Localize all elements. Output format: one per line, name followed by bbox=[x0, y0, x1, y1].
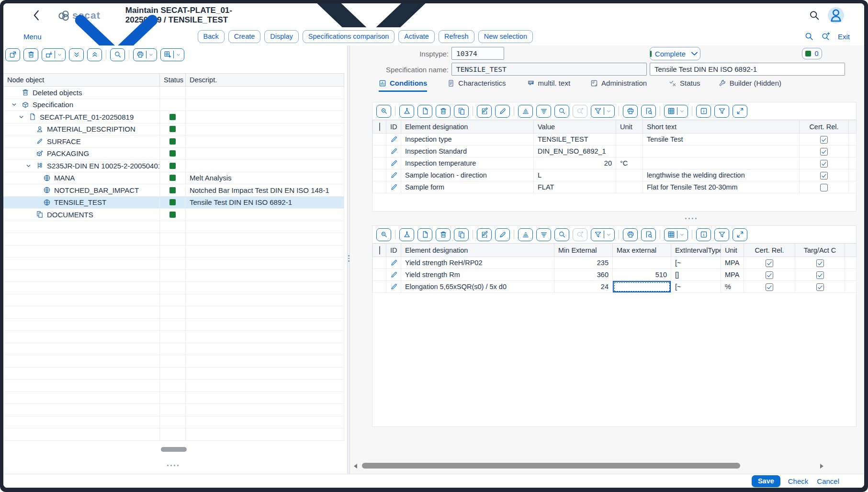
characteristics-toolbar-filter-button[interactable] bbox=[591, 228, 615, 241]
tree-horizontal-scrollbar[interactable] bbox=[161, 447, 187, 452]
characteristics-toolbar-sort-ascending-button[interactable] bbox=[518, 228, 533, 241]
cert-rel-checkbox[interactable] bbox=[820, 184, 828, 191]
unit-cell[interactable]: % bbox=[721, 281, 744, 293]
chevron-down-icon[interactable] bbox=[176, 52, 181, 57]
value-cell[interactable]: L bbox=[534, 169, 616, 181]
tab-builder-hidden-[interactable]: Builder (Hidden) bbox=[719, 79, 781, 92]
tree-item-mana[interactable]: MANAMelt Analysis bbox=[3, 172, 344, 185]
characteristics-toolbar-table-view-button[interactable] bbox=[664, 228, 688, 241]
characteristics-toolbar-sort-descending-button[interactable] bbox=[536, 228, 551, 241]
chevron-down-icon[interactable] bbox=[606, 109, 611, 114]
toolbar-button-back[interactable]: Back bbox=[198, 30, 225, 43]
conditions-toolbar-edit-row-button[interactable] bbox=[477, 105, 492, 118]
tree-item-documents[interactable]: DOCUMENTS bbox=[3, 209, 344, 221]
chevron-down-icon[interactable] bbox=[679, 232, 685, 237]
characteristics-row[interactable]: Yield strength Rm360510[]MPA bbox=[373, 269, 857, 281]
conditions-toolbar-table-view-button[interactable] bbox=[664, 105, 688, 118]
tree-item-deleted-objects[interactable]: Deleted objects bbox=[3, 87, 344, 99]
characteristics-toolbar-maximize-button[interactable] bbox=[733, 228, 747, 241]
detail-horizontal-scrollbar[interactable] bbox=[350, 461, 864, 470]
edit-pencil-icon[interactable] bbox=[390, 135, 398, 143]
conditions-row[interactable]: Sample location - directionLlengthwise t… bbox=[373, 169, 857, 181]
tree-panel-resize-grip[interactable] bbox=[167, 465, 179, 466]
edit-pencil-icon[interactable] bbox=[390, 159, 398, 167]
tree-toolbar-table-settings-button[interactable] bbox=[160, 48, 184, 61]
value-cell[interactable]: 20 bbox=[534, 157, 616, 169]
conditions-row[interactable]: Inspection temperature20°C bbox=[373, 157, 857, 169]
conditions-toolbar-sort-ascending-button[interactable] bbox=[518, 105, 533, 118]
tree-item-material-description[interactable]: MATERIAL_DESCRIPTION bbox=[3, 123, 344, 136]
tree-toolbar-expand-all-button[interactable] bbox=[69, 48, 84, 61]
conditions-toolbar-delete-row-button[interactable] bbox=[436, 105, 451, 118]
chevron-down-icon[interactable] bbox=[679, 109, 685, 114]
targ-act-checkbox[interactable] bbox=[816, 271, 824, 279]
toolbar-button-activate[interactable]: Activate bbox=[398, 30, 435, 43]
conditions-toolbar-filter-values-button[interactable] bbox=[714, 105, 729, 118]
exit-button[interactable]: Exit bbox=[838, 33, 850, 41]
tree-item-secat-plate-01-20250819[interactable]: SECAT-PLATE_01-20250819 bbox=[3, 111, 344, 123]
tree-toolbar-find-button[interactable] bbox=[110, 48, 125, 61]
min-external-cell[interactable]: 235 bbox=[554, 257, 613, 269]
characteristics-toolbar-inherit-button[interactable] bbox=[399, 228, 414, 241]
conditions-toolbar-print-preview-button[interactable] bbox=[641, 105, 656, 118]
select-all-checkbox[interactable] bbox=[379, 123, 380, 131]
characteristics-toolbar-display-details-button[interactable] bbox=[376, 228, 391, 241]
min-external-cell[interactable]: 360 bbox=[554, 269, 613, 281]
characteristics-toolbar-sign-button[interactable] bbox=[495, 228, 510, 241]
chevron-down-icon[interactable] bbox=[57, 52, 62, 57]
conditions-row[interactable]: Inspection StandardDIN_EN_ISO_6892_1 bbox=[373, 145, 857, 157]
characteristics-toolbar-edit-row-button[interactable] bbox=[477, 228, 492, 241]
characteristics-toolbar-print-button[interactable] bbox=[623, 228, 638, 241]
conditions-toolbar-maximize-button[interactable] bbox=[733, 105, 747, 118]
value-cell[interactable]: FLAT bbox=[534, 181, 616, 193]
max-external-cell[interactable] bbox=[613, 281, 671, 293]
scroll-left-arrow-icon[interactable] bbox=[354, 464, 357, 469]
characteristics-row[interactable]: Elongation 5,65xSQR(s0) / 5x d024[~% bbox=[373, 281, 857, 293]
characteristics-toolbar-delete-row-button[interactable] bbox=[436, 228, 451, 241]
tree-toolbar-open-in-window-button[interactable] bbox=[5, 48, 20, 61]
conditions-toolbar-filter-button[interactable] bbox=[591, 105, 615, 118]
status-counter-badge[interactable]: 0 bbox=[802, 48, 822, 59]
ext-interval-type-cell[interactable]: [~ bbox=[671, 281, 721, 293]
edit-pencil-icon[interactable] bbox=[390, 171, 398, 179]
edit-pencil-icon[interactable] bbox=[390, 271, 398, 279]
unit-cell[interactable] bbox=[616, 169, 643, 181]
user-avatar[interactable] bbox=[828, 7, 844, 23]
cert-rel-checkbox[interactable] bbox=[766, 283, 773, 291]
conditions-toolbar-display-details-button[interactable] bbox=[376, 105, 391, 118]
edit-pencil-icon[interactable] bbox=[390, 147, 398, 155]
edit-pencil-icon[interactable] bbox=[390, 183, 398, 191]
cert-rel-checkbox[interactable] bbox=[820, 148, 828, 156]
tables-splitter-grip[interactable] bbox=[685, 218, 697, 219]
max-external-cell[interactable] bbox=[613, 257, 671, 269]
tree-item-surface[interactable]: SURFACE bbox=[3, 135, 344, 148]
tab-characteristics[interactable]: Characteristics bbox=[447, 79, 506, 92]
tab-status[interactable]: Status bbox=[669, 79, 700, 92]
conditions-row[interactable]: Sample formFLATFlat for Tensile Test 20-… bbox=[373, 181, 857, 193]
tab-conditions[interactable]: Conditions bbox=[379, 79, 427, 92]
conditions-row[interactable]: Inspection typeTENSILE_TESTTensile Test bbox=[373, 134, 857, 145]
toolbar-button-display[interactable]: Display bbox=[264, 30, 299, 43]
tree-item-s235jr-din-en-10025-2-20050401[interactable]: S235JR-DIN EN 10025-2-20050401 bbox=[3, 160, 344, 172]
unit-cell[interactable]: MPA bbox=[721, 269, 744, 281]
tree-expand-chevron-icon[interactable] bbox=[25, 163, 32, 169]
characteristics-toolbar-find-button[interactable] bbox=[554, 228, 569, 241]
unit-cell[interactable] bbox=[616, 145, 643, 157]
edit-pencil-icon[interactable] bbox=[390, 259, 398, 267]
cert-rel-checkbox[interactable] bbox=[766, 271, 773, 279]
unit-cell[interactable]: °C bbox=[616, 157, 643, 169]
characteristics-toolbar-info-button[interactable] bbox=[696, 228, 711, 241]
scrollbar-thumb[interactable] bbox=[362, 463, 740, 469]
unit-cell[interactable] bbox=[616, 181, 643, 193]
tree-toolbar-print-button[interactable] bbox=[133, 48, 157, 61]
tab-multil-text[interactable]: multil. text bbox=[527, 79, 571, 92]
insptype-input[interactable]: 10374 bbox=[451, 47, 504, 60]
conditions-toolbar-find-button[interactable] bbox=[554, 105, 569, 118]
tree-item-notched-bar-impact[interactable]: NOTCHED_BAR_IMPACTNotched Bar Impact Tes… bbox=[3, 184, 344, 197]
tree-item-specification[interactable]: Specification bbox=[3, 99, 344, 112]
value-cell[interactable]: DIN_EN_ISO_6892_1 bbox=[534, 145, 616, 157]
conditions-toolbar-print-button[interactable] bbox=[623, 105, 638, 118]
characteristics-toolbar-print-preview-button[interactable] bbox=[641, 228, 656, 241]
status-complete-button[interactable]: Complete bbox=[650, 47, 700, 60]
characteristics-row[interactable]: Yield strength ReH/RP02235[~MPA bbox=[373, 257, 857, 269]
